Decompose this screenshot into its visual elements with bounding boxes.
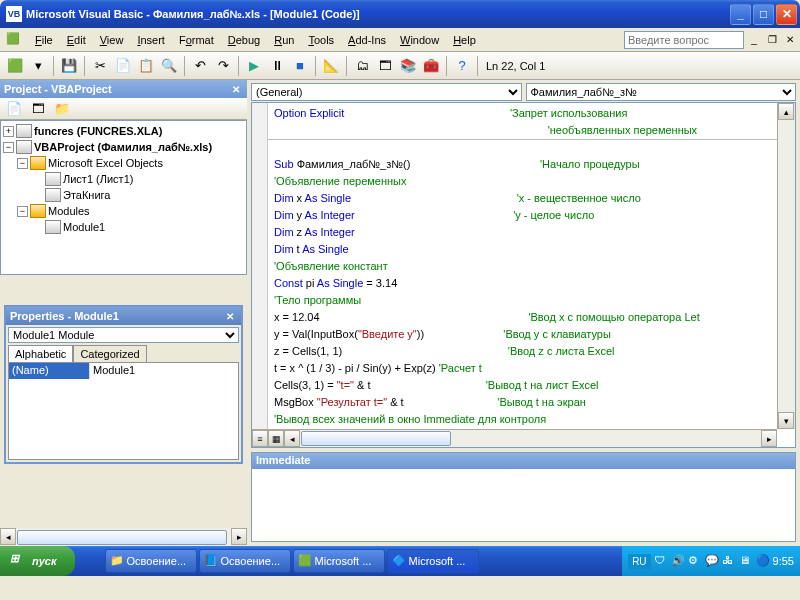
tab-categorized[interactable]: Categorized — [73, 345, 146, 362]
menu-edit[interactable]: Edit — [60, 32, 93, 48]
task-button[interactable]: 🟩Microsoft ... — [293, 549, 385, 573]
tree-node-funcres[interactable]: +funcres (FUNCRES.XLA) — [3, 123, 244, 139]
tree-node-modules[interactable]: −Modules — [3, 203, 244, 219]
menu-addins[interactable]: Add-Ins — [341, 32, 393, 48]
project-explorer-icon[interactable]: 🗂 — [351, 55, 373, 77]
minimize-button[interactable]: _ — [730, 4, 751, 25]
copy-icon[interactable]: 📄 — [112, 55, 134, 77]
taskbar: ⊞ пуск 📁Освоение... 📘Освоение... 🟩Micros… — [0, 546, 800, 576]
menu-run[interactable]: Run — [267, 32, 301, 48]
properties-panel: Properties - Module1 ✕ Module1 Module Al… — [4, 305, 243, 464]
project-tree[interactable]: +funcres (FUNCRES.XLA) −VBAProject (Фами… — [0, 120, 247, 275]
tray-icon[interactable]: 🖧 — [722, 554, 736, 568]
excel-icon[interactable]: 🟩 — [6, 32, 24, 48]
task-button[interactable]: 📁Освоение... — [105, 549, 197, 573]
immediate-window[interactable]: Immediate — [251, 452, 796, 542]
tree-node-vbaproject[interactable]: −VBAProject (Фамилия_лаб№.xls) — [3, 139, 244, 155]
view-code-icon[interactable]: 📄 — [3, 98, 25, 120]
cursor-position: Ln 22, Col 1 — [482, 60, 549, 72]
mdi-close-button[interactable]: ✕ — [782, 32, 798, 48]
tab-alphabetic[interactable]: Alphabetic — [8, 345, 73, 362]
task-button-active[interactable]: 🔷Microsoft ... — [387, 549, 479, 573]
tray-icon[interactable]: 🔵 — [756, 554, 770, 568]
app-icon: VB — [6, 6, 22, 22]
project-panel-title: Project - VBAProject ✕ — [0, 80, 247, 98]
task-button[interactable]: 📘Освоение... — [199, 549, 291, 573]
system-tray: RU 🛡 🔊 ⚙ 💬 🖧 🖥 🔵 9:55 — [622, 546, 800, 576]
tree-node-excel-objects[interactable]: −Microsoft Excel Objects — [3, 155, 244, 171]
tray-icon[interactable]: 🔊 — [671, 554, 685, 568]
scroll-left-icon[interactable]: ◂ — [0, 528, 16, 545]
start-button[interactable]: ⊞ пуск — [0, 546, 75, 576]
toggle-folders-icon[interactable]: 📁 — [51, 98, 73, 120]
view-full-icon[interactable]: ▦ — [268, 430, 284, 447]
reset-icon[interactable]: ■ — [289, 55, 311, 77]
scroll-right-icon[interactable]: ▸ — [761, 430, 777, 447]
project-toolbar: 📄 🗔 📁 — [0, 98, 247, 120]
scroll-down-icon[interactable]: ▾ — [778, 412, 794, 429]
run-icon[interactable]: ▶ — [243, 55, 265, 77]
code-vscroll[interactable]: ▴ ▾ — [777, 103, 795, 429]
undo-icon[interactable]: ↶ — [189, 55, 211, 77]
immediate-body[interactable] — [252, 469, 795, 541]
find-icon[interactable]: 🔍 — [158, 55, 180, 77]
scroll-up-icon[interactable]: ▴ — [778, 103, 794, 120]
menu-view[interactable]: View — [93, 32, 131, 48]
project-close-icon[interactable]: ✕ — [229, 82, 243, 96]
view-object-icon[interactable]: 🗔 — [27, 98, 49, 120]
prop-name-key: (Name) — [9, 363, 89, 379]
tree-node-thisworkbook[interactable]: ЭтаКнига — [3, 187, 244, 203]
close-button[interactable]: ✕ — [776, 4, 797, 25]
tree-node-sheet1[interactable]: Лист1 (Лист1) — [3, 171, 244, 187]
tray-icon[interactable]: 🖥 — [739, 554, 753, 568]
toolbox-icon[interactable]: 🧰 — [420, 55, 442, 77]
maximize-button[interactable]: □ — [753, 4, 774, 25]
procedure-select[interactable]: Фамилия_лаб№_з№ — [526, 83, 797, 101]
object-browser-icon[interactable]: 📚 — [397, 55, 419, 77]
view-excel-icon[interactable]: 🟩 — [4, 55, 26, 77]
object-select[interactable]: (General) — [251, 83, 522, 101]
scroll-right-icon[interactable]: ▸ — [231, 528, 247, 545]
quicklaunch-icon[interactable] — [79, 552, 97, 570]
properties-grid[interactable]: (Name)Module1 — [8, 362, 239, 460]
menu-file[interactable]: File — [28, 32, 60, 48]
language-indicator[interactable]: RU — [628, 554, 650, 569]
code-editor[interactable]: Option Explicit 'Запрет использования 'н… — [251, 102, 796, 448]
menu-help[interactable]: Help — [446, 32, 483, 48]
properties-object-select[interactable]: Module1 Module — [8, 327, 239, 343]
scroll-left-icon[interactable]: ◂ — [284, 430, 300, 447]
view-procedure-icon[interactable]: ≡ — [252, 430, 268, 447]
menu-insert[interactable]: Insert — [130, 32, 172, 48]
help-icon[interactable]: ? — [451, 55, 473, 77]
prop-name-value[interactable]: Module1 — [89, 363, 238, 379]
mdi-minimize-button[interactable]: _ — [746, 32, 762, 48]
tray-icon[interactable]: ⚙ — [688, 554, 702, 568]
properties-title: Properties - Module1 ✕ — [6, 307, 241, 325]
quick-launch — [75, 552, 101, 570]
menu-tools[interactable]: Tools — [301, 32, 341, 48]
ask-question-input[interactable] — [624, 31, 744, 49]
tray-icon[interactable]: 🛡 — [654, 554, 668, 568]
menubar: 🟩 File Edit View Insert Format Debug Run… — [0, 28, 800, 52]
tree-node-module1[interactable]: Module1 — [3, 219, 244, 235]
mdi-restore-button[interactable]: ❐ — [764, 32, 780, 48]
design-mode-icon[interactable]: 📐 — [320, 55, 342, 77]
properties-icon[interactable]: 🗔 — [374, 55, 396, 77]
cut-icon[interactable]: ✂ — [89, 55, 111, 77]
code-body[interactable]: Option Explicit 'Запрет использования 'н… — [268, 103, 777, 429]
break-icon[interactable]: ⏸ — [266, 55, 288, 77]
windows-logo-icon: ⊞ — [10, 552, 28, 570]
properties-close-icon[interactable]: ✕ — [223, 309, 237, 323]
clock[interactable]: 9:55 — [773, 555, 794, 567]
code-hscroll[interactable]: ≡ ▦ ◂ ▸ — [252, 429, 777, 447]
left-hscroll[interactable]: ◂ ▸ — [0, 528, 247, 546]
save-icon[interactable]: 💾 — [58, 55, 80, 77]
menu-debug[interactable]: Debug — [221, 32, 267, 48]
insert-dropdown-icon[interactable]: ▾ — [27, 55, 49, 77]
window-titlebar: VB Microsoft Visual Basic - Фамилия_лаб№… — [0, 0, 800, 28]
tray-icon[interactable]: 💬 — [705, 554, 719, 568]
redo-icon[interactable]: ↷ — [212, 55, 234, 77]
paste-icon[interactable]: 📋 — [135, 55, 157, 77]
menu-format[interactable]: Format — [172, 32, 221, 48]
menu-window[interactable]: Window — [393, 32, 446, 48]
